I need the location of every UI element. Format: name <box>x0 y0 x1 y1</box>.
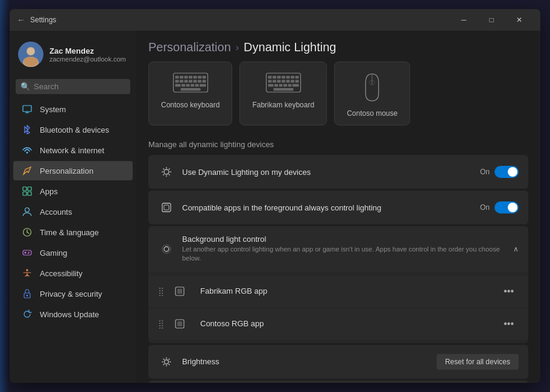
use-dynamic-icon <box>158 163 175 180</box>
avatar <box>18 42 43 67</box>
svg-point-8 <box>27 152 28 154</box>
search-input[interactable] <box>34 82 125 91</box>
device-card-contoso-keyboard[interactable]: Contoso keyboard <box>148 62 232 125</box>
svg-rect-58 <box>282 80 285 83</box>
background-light-row: Background light control Let another app… <box>148 226 528 272</box>
breadcrumb-parent: Personalization <box>148 40 231 54</box>
sidebar-item-personalization[interactable]: Personalization <box>13 161 133 180</box>
user-name: Zac Mendez <box>49 46 126 55</box>
titlebar: ← Settings ─ □ ✕ <box>10 9 540 31</box>
device-card-contoso-mouse[interactable]: Contoso mouse <box>334 62 410 125</box>
expand-arrow[interactable]: ∧ <box>513 245 519 253</box>
svg-rect-32 <box>202 76 206 79</box>
user-profile[interactable]: Zac Mendez zacmendez@outlook.com <box>10 36 136 77</box>
svg-line-93 <box>163 358 165 359</box>
contoso-rgb-icon <box>171 315 188 332</box>
svg-rect-48 <box>268 76 271 79</box>
sidebar-item-accessibility-label: Accessibility <box>40 269 83 278</box>
background-light-control: ∧ <box>513 245 519 253</box>
compatible-apps-control: On <box>480 201 519 213</box>
fabrikam-rgb-text: Fabrikam RGB app <box>200 286 499 296</box>
sidebar-item-update-label: Windows Update <box>40 310 99 319</box>
drag-handle-fabrikam[interactable]: ⣿ <box>158 286 164 296</box>
network-icon <box>22 145 33 156</box>
sidebar-item-apps[interactable]: Apps <box>13 182 133 201</box>
svg-line-76 <box>163 169 165 170</box>
svg-rect-39 <box>202 80 206 83</box>
background-light-text: Background light control Let another app… <box>182 235 513 264</box>
device-card-fabrikam-keyboard[interactable]: Fabrikam keyboard <box>239 62 327 125</box>
effects-row: Effects Choose color themes and effects … <box>148 381 528 383</box>
brightness-control: Reset for all devices <box>437 354 519 370</box>
svg-rect-85 <box>177 289 182 294</box>
compatible-apps-toggle[interactable] <box>495 201 519 213</box>
brightness-reset-button[interactable]: Reset for all devices <box>437 354 519 370</box>
sidebar-item-privacy[interactable]: Privacy & security <box>13 284 133 303</box>
minimize-button[interactable]: ─ <box>450 9 478 31</box>
svg-rect-50 <box>277 76 280 79</box>
use-dynamic-toggle[interactable] <box>495 166 519 178</box>
svg-rect-49 <box>273 76 276 79</box>
svg-rect-29 <box>189 76 192 79</box>
content-area: Personalization › Dynamic Lighting <box>136 31 540 383</box>
sidebar: Zac Mendez zacmendez@outlook.com 🔍 Syste… <box>10 31 136 383</box>
main-layout: Zac Mendez zacmendez@outlook.com 🔍 Syste… <box>10 31 540 383</box>
maximize-button[interactable]: □ <box>478 9 505 31</box>
sidebar-item-accounts[interactable]: Accounts <box>13 202 133 221</box>
svg-rect-64 <box>279 84 282 87</box>
user-info: Zac Mendez zacmendez@outlook.com <box>49 46 126 63</box>
sidebar-item-gaming[interactable]: Gaming <box>13 243 133 262</box>
svg-rect-46 <box>180 88 200 91</box>
svg-rect-67 <box>292 84 299 87</box>
svg-rect-31 <box>198 76 201 79</box>
svg-point-88 <box>165 359 169 364</box>
contoso-rgb-title: Contoso RGB app <box>200 319 499 328</box>
brightness-title: Brightness <box>182 357 437 366</box>
svg-rect-12 <box>28 192 31 195</box>
use-dynamic-toggle-label: On <box>480 168 490 176</box>
svg-rect-41 <box>182 84 185 87</box>
drag-handle-contoso[interactable]: ⣿ <box>158 319 164 329</box>
device-cards: Contoso keyboard <box>136 62 540 135</box>
sub-row-fabrikam: ⣿ Fabrikam RGB app ••• <box>148 276 528 307</box>
fabrikam-rgb-more-button[interactable]: ••• <box>499 283 519 299</box>
sidebar-item-bluetooth[interactable]: Bluetooth & devices <box>13 120 133 139</box>
sidebar-item-time-label: Time & language <box>40 228 99 237</box>
sidebar-item-system[interactable]: System <box>13 100 133 119</box>
svg-point-82 <box>164 247 169 251</box>
svg-rect-9 <box>23 187 27 191</box>
svg-rect-65 <box>283 84 287 87</box>
svg-rect-54 <box>295 76 299 79</box>
contoso-rgb-more-button[interactable]: ••• <box>499 316 519 332</box>
sidebar-item-network-label: Network & internet <box>40 146 104 155</box>
contoso-mouse-icon <box>360 72 384 102</box>
svg-rect-40 <box>175 84 180 87</box>
contoso-keyboard-icon <box>172 72 209 93</box>
svg-point-24 <box>27 295 28 297</box>
svg-rect-30 <box>193 76 197 79</box>
sidebar-item-gaming-label: Gaming <box>40 248 68 258</box>
fabrikam-rgb-title: Fabrikam RGB app <box>200 286 499 296</box>
svg-rect-81 <box>164 205 169 210</box>
sidebar-item-update[interactable]: Windows Update <box>13 305 133 324</box>
svg-rect-59 <box>286 80 289 83</box>
sidebar-item-time[interactable]: Time & language <box>13 223 133 242</box>
brightness-text: Brightness <box>182 357 437 366</box>
svg-rect-10 <box>28 187 31 191</box>
svg-rect-38 <box>198 80 201 83</box>
svg-point-4 <box>24 57 38 66</box>
sidebar-item-bluetooth-label: Bluetooth & devices <box>40 125 109 134</box>
back-icon[interactable]: ← <box>17 15 25 25</box>
breadcrumb-current: Dynamic Lighting <box>244 40 336 54</box>
time-icon <box>22 227 33 238</box>
svg-rect-26 <box>175 76 179 79</box>
brightness-icon <box>158 353 175 370</box>
breadcrumb: Personalization › Dynamic Lighting <box>136 31 540 62</box>
sidebar-item-accessibility[interactable]: Accessibility <box>13 264 133 283</box>
search-box[interactable]: 🔍 <box>16 79 130 94</box>
svg-rect-11 <box>23 192 27 195</box>
close-button[interactable]: ✕ <box>505 9 533 31</box>
sidebar-item-network[interactable]: Network & internet <box>13 141 133 160</box>
svg-rect-63 <box>274 84 278 87</box>
svg-rect-87 <box>177 321 182 326</box>
